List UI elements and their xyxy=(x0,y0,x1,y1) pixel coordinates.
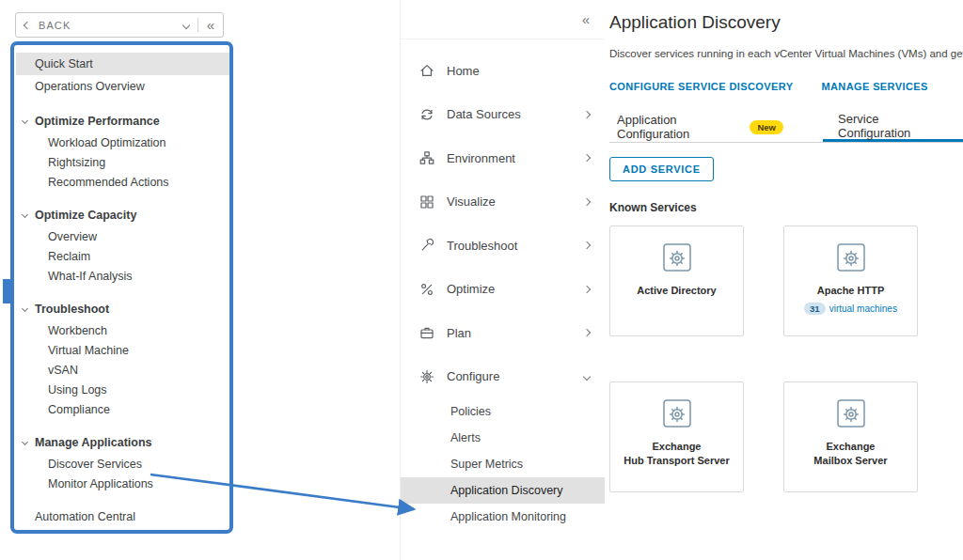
nav-item-quick-start[interactable]: Quick Start xyxy=(16,53,229,75)
nav-item-virtual-machine[interactable]: Virtual Machine xyxy=(16,340,229,360)
nav-item-operations-overview[interactable]: Operations Overview xyxy=(16,75,229,98)
sidebar-item-configure[interactable]: Configure xyxy=(401,355,605,399)
nav-item-label: Compliance xyxy=(48,403,110,416)
nav-item-compliance[interactable]: Compliance xyxy=(16,399,229,419)
chevron-right-icon xyxy=(583,111,591,118)
sidebar-item-alerts[interactable]: Alerts xyxy=(401,425,605,451)
nav-item-automation-central[interactable]: Automation Central xyxy=(16,506,229,528)
sidebar-item-policies[interactable]: Policies xyxy=(401,398,605,425)
nav-item-reclaim[interactable]: Reclaim xyxy=(16,246,229,266)
tab-application-configuration[interactable]: Application Configuration New xyxy=(609,112,791,142)
sidebar-item-optimize[interactable]: Optimize xyxy=(401,268,605,312)
nav-item-label: Reclaim xyxy=(48,250,90,263)
nav-section-optimize-performance[interactable]: Optimize Performance xyxy=(16,110,229,132)
service-card-exchange-mailbox[interactable]: Exchange Mailbox Server xyxy=(783,381,918,492)
nav-item-label: Workbench xyxy=(48,324,107,337)
nav-section-optimize-capacity[interactable]: Optimize Capacity xyxy=(16,204,229,226)
service-name: Active Directory xyxy=(637,284,716,298)
new-badge: New xyxy=(750,120,783,134)
nav-item-discover-services[interactable]: Discover Services xyxy=(16,454,229,474)
service-name-line1: Exchange xyxy=(624,440,729,454)
service-cards-grid: Active Directory Apache HTTP 31 virtual … xyxy=(609,226,918,492)
sidebar-item-environment[interactable]: Environment xyxy=(401,136,605,180)
nav-section-label: Optimize Capacity xyxy=(35,209,136,222)
left-nav-list: Quick Start Operations Overview Optimize… xyxy=(16,47,229,528)
sidebar-item-label: Environment xyxy=(447,151,584,165)
nav-item-recommended-actions[interactable]: Recommended Actions xyxy=(16,172,229,192)
visualize-icon xyxy=(419,194,434,210)
chevron-right-icon xyxy=(583,241,591,249)
chevron-right-icon xyxy=(583,329,591,336)
service-card-apache-http[interactable]: Apache HTTP 31 virtual machines xyxy=(783,226,918,336)
sidebar-item-label: Visualize xyxy=(447,194,584,209)
data-sources-icon xyxy=(419,107,434,122)
nav-item-using-logs[interactable]: Using Logs xyxy=(16,380,229,399)
nav-item-label: Quick Start xyxy=(35,57,93,70)
nav-item-monitor-applications[interactable]: Monitor Applications xyxy=(16,474,229,493)
caret-down-icon[interactable] xyxy=(182,21,189,28)
optimize-icon xyxy=(419,282,434,297)
page-description: Discover services running in each vCente… xyxy=(609,48,963,59)
chevron-down-icon xyxy=(22,210,28,217)
sidebar-subitem-label: Alerts xyxy=(450,431,481,444)
chevron-down-icon xyxy=(22,304,28,311)
sidebar-header: « xyxy=(401,0,605,39)
sidebar-item-label: Configure xyxy=(447,369,584,383)
nav-item-label: vSAN xyxy=(48,364,78,377)
nav-item-what-if-analysis[interactable]: What-If Analysis xyxy=(16,266,229,286)
gear-icon xyxy=(419,369,434,384)
nav-section-troubleshoot[interactable]: Troubleshoot xyxy=(16,298,229,320)
service-card-active-directory[interactable]: Active Directory xyxy=(609,226,744,336)
nav-item-label: Discover Services xyxy=(48,458,142,471)
nav-item-label: Automation Central xyxy=(35,510,135,523)
collapse-panel-icon[interactable]: « xyxy=(207,18,214,32)
sidebar-item-application-monitoring[interactable]: Application Monitoring xyxy=(401,504,605,530)
sidebar-subitem-label: Policies xyxy=(450,405,491,418)
nav-item-label: Virtual Machine xyxy=(48,344,129,357)
nav-item-rightsizing[interactable]: Rightsizing xyxy=(16,152,229,172)
nav-section-manage-applications[interactable]: Manage Applications xyxy=(16,431,229,454)
sidebar-item-troubleshoot[interactable]: Troubleshoot xyxy=(401,224,605,268)
home-icon xyxy=(419,63,434,78)
vm-count-row[interactable]: 31 virtual machines xyxy=(804,303,897,315)
sidebar-item-super-metrics[interactable]: Super Metrics xyxy=(401,451,605,477)
service-card-exchange-hub-transport[interactable]: Exchange Hub Transport Server xyxy=(609,381,744,492)
back-dropdown[interactable]: BACK « xyxy=(15,12,224,38)
sidebar-item-plan[interactable]: Plan xyxy=(401,311,605,355)
vm-count-label: virtual machines xyxy=(829,303,897,314)
nav-item-label: Workload Optimization xyxy=(48,136,166,149)
sidebar-item-data-sources[interactable]: Data Sources xyxy=(401,93,605,137)
main-sidebar: « Home Data Sources Environment xyxy=(400,0,605,560)
sidebar-subitem-label: Super Metrics xyxy=(450,458,523,471)
tab-service-configuration[interactable]: Service Configuration xyxy=(823,112,963,142)
add-service-button[interactable]: ADD SERVICE xyxy=(609,157,714,181)
nav-item-overview[interactable]: Overview xyxy=(16,226,229,246)
service-name: Exchange Hub Transport Server xyxy=(624,440,729,468)
chevron-left-icon xyxy=(24,21,31,28)
nav-section-label: Optimize Performance xyxy=(35,115,160,128)
tab-label: Service Configuration xyxy=(838,112,948,140)
sidebar-subitem-label: Application Discovery xyxy=(450,484,563,497)
chevron-down-icon xyxy=(583,373,591,381)
service-name-line2: Hub Transport Server xyxy=(624,454,729,468)
nav-item-label: Recommended Actions xyxy=(48,176,169,189)
nav-section-label: Troubleshoot xyxy=(35,303,109,316)
manage-services-link[interactable]: MANAGE SERVICES xyxy=(821,81,927,92)
nav-item-workload-optimization[interactable]: Workload Optimization xyxy=(16,132,229,152)
collapse-sidebar-icon[interactable]: « xyxy=(582,12,590,26)
service-name: Exchange Mailbox Server xyxy=(813,440,887,468)
nav-item-label: Using Logs xyxy=(48,383,107,397)
chevron-right-icon xyxy=(583,286,591,293)
plan-icon xyxy=(419,325,434,340)
nav-item-vsan[interactable]: vSAN xyxy=(16,360,229,380)
nav-item-workbench[interactable]: Workbench xyxy=(16,320,229,340)
sidebar-list: Home Data Sources Environment xyxy=(401,39,605,530)
environment-icon xyxy=(419,150,434,165)
sidebar-item-visualize[interactable]: Visualize xyxy=(401,180,605,225)
sidebar-item-application-discovery[interactable]: Application Discovery xyxy=(401,477,605,504)
configure-service-discovery-link[interactable]: CONFIGURE SERVICE DISCOVERY xyxy=(609,81,793,92)
tab-label: Application Configuration xyxy=(617,113,742,141)
nav-item-label: Operations Overview xyxy=(35,80,145,93)
sidebar-item-home[interactable]: Home xyxy=(401,49,605,93)
service-name-line1: Exchange xyxy=(813,440,887,454)
